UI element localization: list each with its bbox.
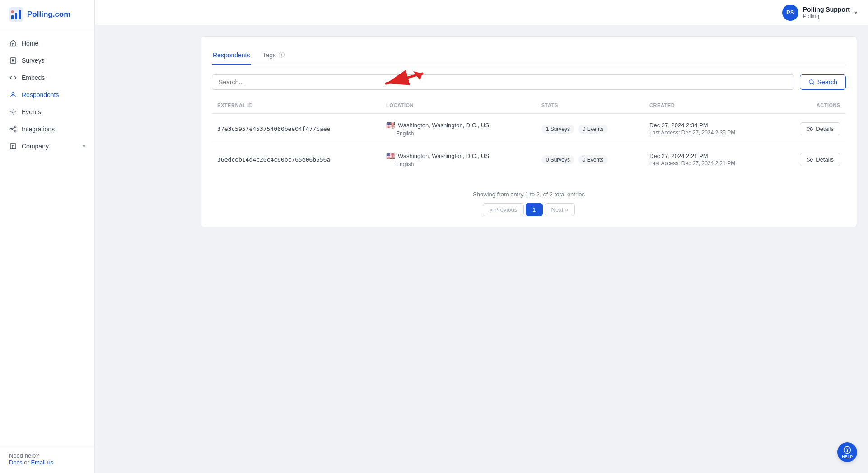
row1-events-badge: 0 Events (578, 125, 608, 134)
card: Respondents Tags ⓘ Search EXTERNAL ID LO… (201, 36, 857, 227)
tab-tags[interactable]: Tags ⓘ (262, 47, 286, 65)
row2-last-access: Last Access: Dec 27, 2024 2:21 PM (649, 160, 770, 167)
page-1-button[interactable]: 1 (526, 203, 542, 216)
sidebar: Polling.com Home Surveys Embeds (0, 0, 95, 473)
svg-line-15 (12, 129, 14, 131)
svg-point-9 (12, 93, 14, 95)
row2-surveys-badge: 0 Surveys (541, 155, 574, 164)
svg-point-11 (10, 128, 12, 130)
integrations-icon (9, 125, 17, 133)
respondents-icon (9, 91, 17, 99)
eye-icon (807, 126, 813, 132)
row1-external-id: 37e3c5957e453754060bee04f477caee (212, 114, 381, 144)
sidebar-item-home[interactable]: Home (0, 35, 94, 52)
sidebar-item-company[interactable]: Company ▾ (0, 138, 94, 155)
eye-icon (807, 157, 813, 163)
header: PS Polling Support Polling ▾ (95, 0, 868, 25)
respondents-table: EXTERNAL ID LOCATION STATS CREATED ACTIO… (212, 99, 846, 175)
company-chevron-icon: ▾ (83, 143, 85, 149)
col-created: CREATED (644, 99, 776, 114)
prev-button[interactable]: « Previous (483, 203, 524, 216)
tab-respondents-label: Respondents (213, 51, 250, 59)
logo-area[interactable]: Polling.com (0, 0, 94, 29)
company-left: Company (9, 142, 49, 150)
row1-last-access: Last Access: Dec 27, 2024 2:35 PM (649, 130, 770, 136)
sidebar-item-surveys-label: Surveys (22, 57, 45, 64)
help-icon (843, 446, 851, 454)
row2-events-badge: 0 Events (578, 155, 608, 164)
row1-details-label: Details (816, 125, 834, 132)
user-area[interactable]: PS Polling Support Polling ▾ (782, 5, 857, 21)
surveys-icon (9, 56, 17, 65)
table-row: 37e3c5957e453754060bee04f477caee 🇺🇸 Wash… (212, 114, 846, 144)
row1-actions: Details (776, 114, 846, 144)
search-button[interactable]: Search (800, 74, 846, 90)
row2-created: Dec 27, 2024 2:21 PM Last Access: Dec 27… (644, 144, 776, 175)
row1-created: Dec 27, 2024 2:34 PM Last Access: Dec 27… (644, 114, 776, 144)
row2-details-label: Details (816, 156, 834, 163)
sidebar-item-home-label: Home (22, 40, 38, 47)
row2-stats: 0 Surveys 0 Events (536, 144, 644, 175)
table-body: 37e3c5957e453754060bee04f477caee 🇺🇸 Wash… (212, 114, 846, 175)
row1-location: 🇺🇸 Washington, Washington, D.C., US Engl… (381, 114, 536, 144)
row2-language: English (386, 161, 531, 167)
col-external-id: EXTERNAL ID (212, 99, 381, 114)
pagination-area: Showing from entry 1 to 2, of 2 total en… (212, 185, 846, 216)
svg-point-4 (11, 10, 14, 13)
tags-info-icon: ⓘ (279, 51, 285, 59)
row2-location: 🇺🇸 Washington, Washington, D.C., US Engl… (381, 144, 536, 175)
svg-rect-16 (10, 144, 16, 149)
sidebar-item-embeds[interactable]: Embeds (0, 69, 94, 86)
user-avatar: PS (782, 5, 798, 21)
row2-created-date: Dec 27, 2024 2:21 PM (649, 153, 770, 159)
search-icon (808, 79, 815, 85)
sidebar-item-events[interactable]: Events (0, 103, 94, 121)
row2-external-id: 36edceb14d4c20c4c60bc765e06b556a (212, 144, 381, 175)
sidebar-item-integrations[interactable]: Integrations (0, 121, 94, 138)
user-sub: Polling (803, 13, 850, 19)
help-text: Need help? (9, 452, 39, 459)
col-stats: STATS (536, 99, 644, 114)
svg-line-14 (12, 127, 14, 129)
row1-created-date: Dec 27, 2024 2:34 PM (649, 122, 770, 129)
search-bar: Search (212, 74, 846, 90)
table-header: EXTERNAL ID LOCATION STATS CREATED ACTIO… (212, 99, 846, 114)
svg-point-23 (809, 159, 811, 161)
svg-point-10 (12, 111, 14, 113)
table-row: 36edceb14d4c20c4c60bc765e06b556a 🇺🇸 Wash… (212, 144, 846, 175)
nav-menu: Home Surveys Embeds Respondents (0, 29, 94, 445)
svg-rect-17 (12, 145, 14, 149)
tab-respondents[interactable]: Respondents (212, 48, 251, 65)
row2-location-text: Washington, Washington, D.C., US (398, 153, 489, 159)
sidebar-item-respondents[interactable]: Respondents (0, 86, 94, 103)
next-button[interactable]: Next » (545, 203, 575, 216)
sidebar-item-respondents-label: Respondents (22, 91, 59, 98)
main-content: Respondents Tags ⓘ Search EXTERNAL ID LO… (190, 25, 868, 473)
svg-point-13 (14, 130, 16, 132)
row1-flag: 🇺🇸 (386, 121, 395, 130)
svg-rect-1 (11, 15, 14, 19)
svg-point-22 (809, 128, 811, 130)
svg-point-12 (14, 126, 16, 128)
search-input[interactable] (212, 74, 794, 90)
row1-stats: 1 Surveys 0 Events (536, 114, 644, 144)
embeds-icon (9, 74, 17, 82)
company-icon (9, 142, 17, 150)
row1-details-button[interactable]: Details (800, 122, 840, 135)
tabs: Respondents Tags ⓘ (212, 47, 846, 65)
sidebar-item-integrations-label: Integrations (22, 125, 55, 133)
tab-tags-label: Tags (263, 51, 276, 59)
row1-surveys-badge: 1 Surveys (541, 125, 574, 134)
row1-language: English (386, 130, 531, 137)
row2-flag: 🇺🇸 (386, 152, 395, 160)
search-button-label: Search (817, 79, 837, 86)
help-button[interactable]: HELP (837, 442, 857, 462)
row2-details-button[interactable]: Details (800, 153, 840, 166)
sidebar-item-surveys[interactable]: Surveys (0, 52, 94, 69)
pagination-info: Showing from entry 1 to 2, of 2 total en… (212, 191, 846, 198)
docs-link[interactable]: Docs (9, 459, 23, 466)
svg-rect-3 (19, 10, 21, 19)
email-link[interactable]: Email us (31, 459, 53, 466)
svg-point-24 (847, 451, 848, 452)
logo-icon (9, 7, 23, 22)
